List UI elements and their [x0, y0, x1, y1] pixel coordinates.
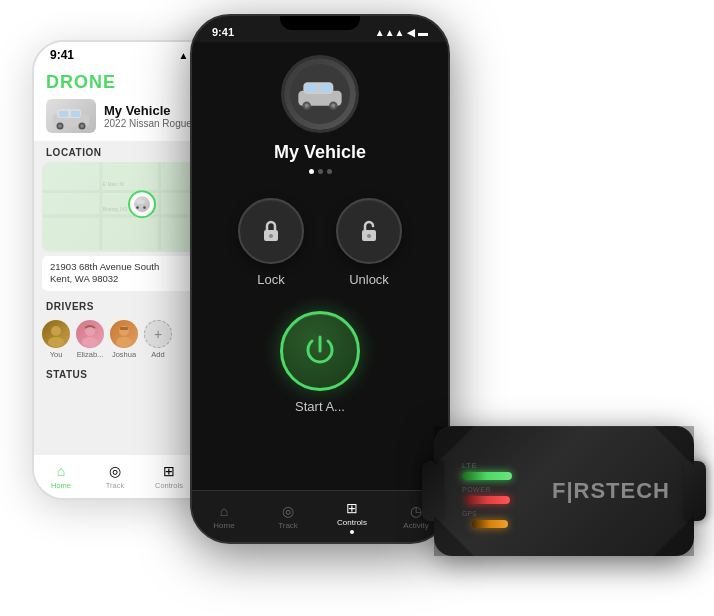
svg-rect-17	[137, 200, 145, 204]
avatar-elizab	[76, 320, 104, 348]
avatar-add[interactable]: +	[144, 320, 172, 348]
start-button-container[interactable]: Start A...	[280, 311, 360, 414]
svg-rect-26	[120, 327, 128, 330]
lock-circle[interactable]	[238, 198, 304, 264]
brand-text: F|RSTECH	[552, 478, 670, 503]
left-time: 9:41	[50, 48, 74, 62]
vehicle-circle	[284, 58, 356, 130]
svg-marker-41	[654, 426, 694, 466]
location-label: LOCATION	[46, 147, 101, 158]
left-nav-controls-label: Controls	[155, 481, 183, 490]
home-icon: ⌂	[57, 463, 65, 479]
unlock-circle[interactable]	[336, 198, 402, 264]
left-nav-home-label: Home	[51, 481, 71, 490]
phone-notch	[280, 16, 360, 30]
status-label: STATUS	[46, 369, 88, 380]
lte-label: LTE	[462, 462, 512, 469]
driver-add-label: Add	[151, 350, 164, 359]
dot-3	[327, 169, 332, 174]
driver-add[interactable]: + Add	[144, 320, 172, 359]
right-bottom-nav: ⌂ Home ◎ Track ⊞ Controls ◷ Activity	[192, 490, 448, 542]
unlock-label: Unlock	[349, 272, 389, 287]
driver-joshua: Joshua	[110, 320, 138, 359]
active-nav-dot	[350, 530, 354, 534]
svg-rect-2	[59, 111, 68, 117]
face-you-svg	[42, 320, 70, 348]
unlock-button[interactable]: Unlock	[336, 198, 402, 287]
svg-point-7	[80, 124, 84, 128]
lock-label: Lock	[257, 272, 284, 287]
svg-point-5	[58, 124, 62, 128]
left-nav-home[interactable]: ⌂ Home	[34, 455, 88, 498]
address-line1: 21903 68th Avenue South	[50, 261, 159, 272]
right-nav-activity-label: Activity	[403, 521, 428, 530]
device-body: LTE POWER GPS F|RSTECH	[434, 426, 694, 556]
brand-logo: F|RSTECH	[552, 478, 670, 504]
face-elizab-svg	[76, 320, 104, 348]
svg-point-21	[48, 337, 64, 347]
svg-text:E Main St: E Main St	[103, 183, 125, 188]
gps-label: GPS	[462, 510, 512, 517]
driver-elizab: Elizab...	[76, 320, 104, 359]
svg-marker-40	[434, 426, 474, 466]
right-nav-home-label: Home	[213, 521, 234, 530]
track-icon: ◎	[109, 463, 121, 479]
dot-2	[318, 169, 323, 174]
driver-you: You	[42, 320, 70, 359]
svg-point-23	[82, 337, 98, 347]
driver-elizab-label: Elizab...	[77, 350, 104, 359]
led-orange	[472, 520, 508, 528]
right-track-icon: ◎	[282, 503, 294, 519]
svg-point-35	[331, 104, 335, 108]
left-nav-track-label: Track	[106, 481, 124, 490]
right-nav-track[interactable]: ◎ Track	[256, 491, 320, 542]
device-notch-right	[684, 461, 706, 521]
driver-joshua-label: Joshua	[112, 350, 136, 359]
svg-point-37	[269, 234, 273, 238]
right-nav-controls[interactable]: ⊞ Controls	[320, 491, 384, 542]
lock-button[interactable]: Lock	[238, 198, 304, 287]
vehicle-circle-image	[290, 64, 350, 124]
right-signal-icon: ▲▲▲ ◀ ▬	[375, 27, 428, 38]
right-app-content: My Vehicle Lock	[192, 42, 448, 538]
device-notch-left	[422, 461, 444, 521]
map-pin	[128, 190, 156, 218]
vehicle-name-left: My Vehicle	[104, 103, 192, 118]
driver-you-label: You	[50, 350, 63, 359]
left-nav-track[interactable]: ◎ Track	[88, 455, 142, 498]
right-nav-home[interactable]: ⌂ Home	[192, 491, 256, 542]
led-red	[466, 496, 510, 504]
vehicle-model-left: 2022 Nissan Rogue	[104, 118, 192, 129]
controls-row: Lock Unlock	[238, 198, 402, 287]
svg-rect-30	[305, 84, 317, 92]
left-nav-controls[interactable]: ⊞ Controls	[142, 455, 196, 498]
unlock-icon	[355, 217, 383, 245]
drivers-label: DRIVERS	[46, 301, 94, 312]
svg-rect-3	[71, 111, 80, 117]
vehicle-info: My Vehicle 2022 Nissan Rogue	[104, 103, 192, 129]
start-label: Start A...	[295, 399, 345, 414]
start-button[interactable]	[280, 311, 360, 391]
svg-point-19	[143, 206, 146, 209]
dot-1	[309, 169, 314, 174]
scene: 9:41 ▲▲▲ ▼ ▬ DRONE	[0, 0, 714, 616]
vehicle-name-right: My Vehicle	[274, 142, 366, 163]
map-pin-car	[134, 196, 150, 212]
right-status-icons: ▲▲▲ ◀ ▬	[375, 26, 428, 38]
controls-icon: ⊞	[163, 463, 175, 479]
vehicle-thumbnail	[46, 99, 96, 133]
svg-point-33	[305, 104, 309, 108]
svg-rect-31	[320, 84, 332, 92]
hardware-device: LTE POWER GPS F|RSTECH	[434, 426, 694, 556]
led-green	[462, 472, 512, 480]
right-time: 9:41	[212, 26, 234, 38]
svg-point-18	[136, 206, 139, 209]
svg-point-25	[116, 337, 132, 347]
power-icon	[302, 333, 338, 369]
face-joshua-svg	[110, 320, 138, 348]
right-nav-controls-label: Controls	[337, 518, 367, 527]
pin-car-icon	[134, 196, 148, 210]
address-line2: Kent, WA 98032	[50, 273, 118, 284]
right-nav-track-label: Track	[278, 521, 298, 530]
car-image	[49, 102, 93, 130]
